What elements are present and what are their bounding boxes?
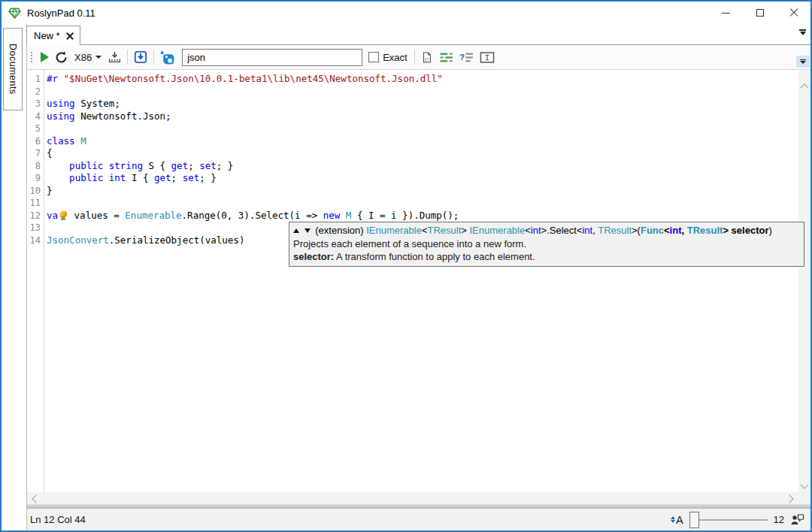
code-segment: (extension): [315, 225, 366, 236]
line-number: 5: [27, 122, 41, 135]
package-tray-icon: [108, 51, 121, 63]
code-segment: ;: [188, 160, 199, 171]
scroll-left-icon[interactable]: [32, 494, 40, 503]
toolbar-grip[interactable]: [29, 50, 33, 64]
platform-dropdown[interactable]: X86: [71, 47, 105, 67]
tab-list-dropdown-icon[interactable]: [799, 29, 806, 35]
comment-selection-button[interactable]: [436, 47, 456, 67]
roslynpad-logo-icon: [8, 7, 21, 20]
previous-overload-icon[interactable]: [293, 228, 299, 233]
tab-strip: New *: [27, 24, 810, 45]
code-segment: int: [582, 225, 592, 236]
chevron-down-icon: [95, 56, 102, 59]
slider-thumb[interactable]: [689, 512, 699, 528]
nuget-button[interactable]: [157, 47, 177, 67]
code-segment: IEnumerable: [470, 225, 526, 236]
code-line: [47, 86, 798, 98]
feedback-icon[interactable]: [790, 513, 804, 526]
code-segment: }: [47, 185, 53, 196]
code-line: }: [47, 185, 798, 198]
code-segment: using: [47, 98, 75, 109]
svg-text:?: ?: [459, 52, 465, 62]
status-bar: Ln 12 Col 44 A 12: [27, 509, 810, 530]
code-segment: [58, 73, 64, 84]
nuget-icon: [160, 50, 174, 65]
exact-checkbox[interactable]: [368, 52, 379, 62]
font-size-icon: A: [671, 514, 683, 526]
title-bar[interactable]: RoslynPad 0.11: [2, 2, 810, 24]
code-segment: .SerializeObject(values): [109, 234, 245, 246]
code-segment: >(: [632, 225, 641, 236]
code-segment: M: [80, 135, 86, 147]
uncomment-selection-button[interactable]: ?: [456, 47, 477, 67]
minimize-button[interactable]: [709, 2, 743, 24]
format-document-button[interactable]: [418, 47, 436, 67]
close-button[interactable]: [777, 2, 810, 24]
run-button[interactable]: [38, 47, 52, 67]
rename-button[interactable]: [477, 47, 498, 67]
maximize-button[interactable]: [743, 2, 777, 24]
line-number: 1: [27, 73, 41, 86]
scroll-down-icon[interactable]: [800, 480, 808, 488]
documents-panel-tab[interactable]: Documents: [3, 28, 23, 110]
comment-selection-icon: [439, 52, 453, 63]
code-segment: public: [69, 160, 103, 171]
platform-label: X86: [74, 52, 92, 63]
restart-button[interactable]: [52, 47, 71, 67]
line-number: 3: [27, 98, 41, 110]
code-segment: <: [664, 225, 670, 236]
code-segment: [340, 210, 346, 221]
code-segment: ; }: [217, 160, 234, 171]
code-segment: va: [47, 210, 58, 221]
code-segment: using: [47, 110, 75, 122]
code-segment: TResult: [598, 225, 632, 236]
code-segment: selector: [732, 225, 769, 236]
line-number: 6: [27, 135, 41, 148]
next-overload-icon[interactable]: [304, 228, 311, 233]
code-segment: System;: [75, 98, 120, 109]
code-segment: values =: [68, 210, 125, 221]
lightbulb-icon[interactable]: [59, 210, 68, 220]
package-button[interactable]: [105, 47, 124, 67]
uncomment-selection-icon: ?: [459, 52, 474, 63]
line-number: 2: [27, 86, 41, 98]
tab-label: New *: [34, 30, 60, 41]
tooltip-signature: (extension) IEnumerable<TResult> IEnumer…: [315, 225, 772, 236]
zoom-slider[interactable]: [689, 512, 768, 528]
code-segment: new: [323, 210, 341, 221]
code-line: using System;: [47, 98, 798, 110]
code-segment: get: [171, 160, 189, 171]
code-segment: ;: [171, 172, 183, 183]
code-segment: class: [47, 135, 75, 147]
search-input[interactable]: [182, 49, 362, 66]
scroll-right-icon[interactable]: [785, 494, 793, 503]
code-line: class M: [47, 135, 798, 148]
code-line: public string S { get; set; }: [47, 160, 798, 173]
code-segment: set: [183, 172, 200, 183]
code-segment: ; }: [199, 172, 217, 183]
code-line: #r "$NuGet\Newtonsoft.Json\10.0.1-beta1\…: [47, 73, 798, 86]
import-button[interactable]: [131, 47, 150, 67]
horizontal-scrollbar[interactable]: [27, 492, 798, 504]
play-icon: [41, 52, 49, 62]
code-segment: .Range(0, 3).Select(i =>: [182, 210, 323, 221]
code-line: using Newtonsoft.Json;: [47, 110, 798, 123]
line-number: 10: [27, 185, 41, 198]
slider-track: [689, 519, 768, 521]
code-segment: ,: [681, 225, 686, 236]
scroll-up-icon[interactable]: [800, 83, 808, 92]
vertical-scrollbar[interactable]: [798, 70, 810, 492]
code-segment: public: [69, 172, 103, 183]
zoom-value: 12: [774, 514, 784, 525]
tab-close-icon[interactable]: [66, 32, 74, 40]
exact-label: Exact: [383, 52, 408, 63]
tab-new[interactable]: New *: [26, 26, 80, 45]
code-segment: { I = i }).Dump();: [351, 210, 459, 221]
code-segment: >: [461, 225, 469, 236]
toolbar-overflow-button[interactable]: [796, 56, 810, 68]
code-editor[interactable]: 1234567891011121314 #r "$NuGet\Newtonsof…: [27, 70, 810, 492]
line-number: 4: [27, 110, 41, 123]
code-lines[interactable]: #r "$NuGet\Newtonsoft.Json\10.0.1-beta1\…: [44, 70, 798, 492]
toolbar-separator: [414, 50, 415, 65]
line-number-gutter: 1234567891011121314: [27, 70, 44, 492]
